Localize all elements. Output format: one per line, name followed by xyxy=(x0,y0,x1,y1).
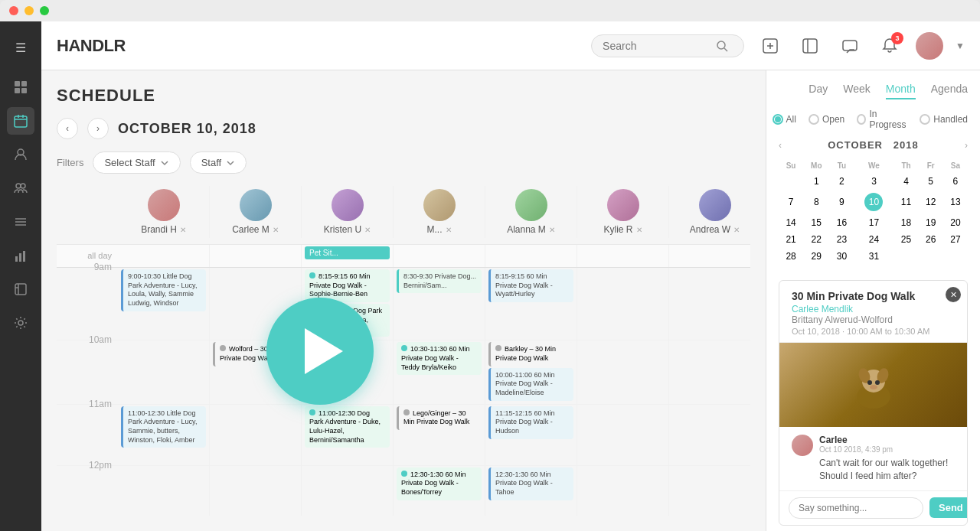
event-alanna-815[interactable]: 8:15-9:15 60 Min Private Dog Walk - Wyat… xyxy=(488,269,573,302)
cal-day[interactable]: 3 xyxy=(854,173,894,190)
cal-day[interactable]: 17 xyxy=(854,214,894,231)
cal-day[interactable]: 18 xyxy=(893,214,918,231)
remove-andrea-button[interactable]: ✕ xyxy=(733,226,740,234)
event-m-lego[interactable]: Lego/Ginger – 30 Min Private Dog Walk xyxy=(397,406,482,430)
search-bar[interactable] xyxy=(591,34,744,57)
cal-day[interactable]: 8 xyxy=(803,190,829,214)
remove-brandi-button[interactable]: ✕ xyxy=(180,226,186,234)
cal-day[interactable]: 23 xyxy=(829,231,854,248)
play-button[interactable] xyxy=(266,298,374,405)
cal-day[interactable]: 2 xyxy=(829,173,854,190)
maximize-dot[interactable] xyxy=(40,6,49,15)
minimize-dot[interactable] xyxy=(24,6,34,15)
cal-day[interactable]: 19 xyxy=(919,214,943,231)
staff-avatar-kristen xyxy=(332,189,364,221)
cal-day[interactable]: 31 xyxy=(854,248,894,265)
event-alanna-1230[interactable]: 12:30-1:30 60 Min Private Dog Walk - Tah… xyxy=(488,467,573,500)
filter-handled[interactable]: Handled xyxy=(920,109,968,130)
cal-header-fr: Fr xyxy=(919,158,943,173)
event-col-alanna-12pm: 12:30-1:30 60 Min Private Dog Walk - Tah… xyxy=(485,466,577,516)
messages-button[interactable] xyxy=(836,32,864,60)
tab-month[interactable]: Month xyxy=(886,83,916,99)
cal-day[interactable]: 15 xyxy=(803,214,829,231)
staff-filter-dropdown[interactable]: Staff xyxy=(190,151,247,174)
tab-week[interactable]: Week xyxy=(843,83,871,99)
event-m-830[interactable]: 8:30-9:30 Private Dog... Bernini/Sam... xyxy=(397,269,482,293)
filter-open[interactable]: Open xyxy=(808,109,844,130)
remove-alanna-button[interactable]: ✕ xyxy=(549,226,555,234)
event-m-1030[interactable]: 10:30-11:30 60 Min Private Dog Walk - Te… xyxy=(397,342,482,375)
event-brandi-little-dog[interactable]: 9:00-10:30 Little Dog Park Adventure - L… xyxy=(121,269,206,311)
event-m-1230[interactable]: 12:30-1:30 60 Min Private Dog Walk - Bon… xyxy=(397,467,482,500)
search-input[interactable] xyxy=(603,40,710,52)
event-alanna-1000[interactable]: 10:00-11:00 60 Min Private Dog Walk - Ma… xyxy=(488,368,573,401)
remove-carlee-button[interactable]: ✕ xyxy=(273,226,279,234)
sidebar-toggle-button[interactable] xyxy=(796,32,824,60)
cal-day[interactable]: 20 xyxy=(943,214,968,231)
sidebar-item-services[interactable] xyxy=(7,275,34,303)
notifications-button[interactable]: 3 xyxy=(876,32,903,60)
cal-day-today[interactable]: 10 xyxy=(854,190,894,214)
event-kristen-1100[interactable]: 11:00-12:30 Dog Park Adventure - Duke, L… xyxy=(305,406,390,448)
cal-day[interactable]: 29 xyxy=(803,248,829,265)
cal-day[interactable]: 5 xyxy=(919,173,943,190)
all-day-row: all day Pet Sit... xyxy=(57,245,750,268)
add-button[interactable] xyxy=(756,32,784,60)
play-button-overlay[interactable] xyxy=(266,298,374,405)
user-avatar[interactable] xyxy=(916,32,943,60)
search-icon xyxy=(716,40,728,52)
cal-day[interactable]: 14 xyxy=(779,214,803,231)
all-day-event-petSit[interactable]: Pet Sit... xyxy=(305,246,390,259)
cal-day[interactable]: 13 xyxy=(943,190,968,214)
tab-agenda[interactable]: Agenda xyxy=(931,83,968,99)
remove-kristen-button[interactable]: ✕ xyxy=(364,226,371,234)
event-brandi-1100[interactable]: 11:00-12:30 Little Dog Park Adventure - … xyxy=(121,406,206,448)
cal-day[interactable]: 28 xyxy=(779,248,803,265)
event-alanna-1115[interactable]: 11:15-12:15 60 Min Private Dog Walk - Hu… xyxy=(488,406,573,439)
event-col-brandi-12pm xyxy=(118,466,210,516)
cal-day[interactable]: 26 xyxy=(919,231,943,248)
sidebar-item-list[interactable] xyxy=(7,208,34,236)
tab-day[interactable]: Day xyxy=(808,83,828,99)
sidebar-item-clients[interactable] xyxy=(7,141,34,168)
cal-day[interactable]: 4 xyxy=(893,173,918,190)
cal-day[interactable]: 16 xyxy=(829,214,854,231)
cal-day[interactable]: 1 xyxy=(803,173,829,190)
sidebar-item-menu[interactable]: ☰ xyxy=(7,34,34,61)
msg-send-button[interactable]: Send xyxy=(929,497,968,518)
cal-day[interactable]: 6 xyxy=(943,173,968,190)
mini-cal-prev[interactable]: ‹ xyxy=(779,140,782,151)
msg-input[interactable] xyxy=(789,497,923,519)
staff-col-carlee: Carlee M ✕ xyxy=(210,186,302,238)
select-staff-dropdown[interactable]: Select Staff xyxy=(93,151,180,174)
sidebar-item-dashboard[interactable] xyxy=(7,73,34,101)
cal-day[interactable]: 21 xyxy=(779,231,803,248)
sidebar-item-reports[interactable] xyxy=(7,242,34,269)
cal-day[interactable]: 11 xyxy=(893,190,918,214)
all-day-col-3: Pet Sit... xyxy=(302,245,394,267)
radio-inprogress-circle xyxy=(857,114,866,125)
sidebar-item-staff[interactable] xyxy=(7,174,34,202)
close-dot[interactable] xyxy=(9,6,18,15)
event-alanna-barkley[interactable]: Barkley – 30 Min Private Dog Walk xyxy=(488,342,573,366)
cal-day[interactable]: 27 xyxy=(943,231,968,248)
cal-day[interactable]: 25 xyxy=(893,231,918,248)
next-date-button[interactable]: › xyxy=(87,118,109,139)
mini-cal-next[interactable]: › xyxy=(965,140,968,151)
cal-day[interactable]: 9 xyxy=(829,190,854,214)
event-col-alanna-9am: 8:15-9:15 60 Min Private Dog Walk - Wyat… xyxy=(485,268,577,340)
sidebar-item-calendar[interactable] xyxy=(7,107,34,135)
cal-day[interactable]: 7 xyxy=(779,190,803,214)
remove-kylie-button[interactable]: ✕ xyxy=(636,226,642,234)
user-menu-chevron[interactable]: ▼ xyxy=(956,41,965,51)
remove-m-button[interactable]: ✕ xyxy=(446,226,452,234)
filter-all[interactable]: All xyxy=(773,109,796,130)
cal-day[interactable]: 24 xyxy=(854,231,894,248)
close-msg-panel-button[interactable]: ✕ xyxy=(946,287,961,302)
filter-inprogress[interactable]: In Progress xyxy=(857,109,907,130)
sidebar-item-settings[interactable] xyxy=(7,309,34,337)
cal-day[interactable]: 30 xyxy=(829,248,854,265)
prev-date-button[interactable]: ‹ xyxy=(57,118,78,139)
cal-day[interactable]: 22 xyxy=(803,231,829,248)
cal-day[interactable]: 12 xyxy=(919,190,943,214)
